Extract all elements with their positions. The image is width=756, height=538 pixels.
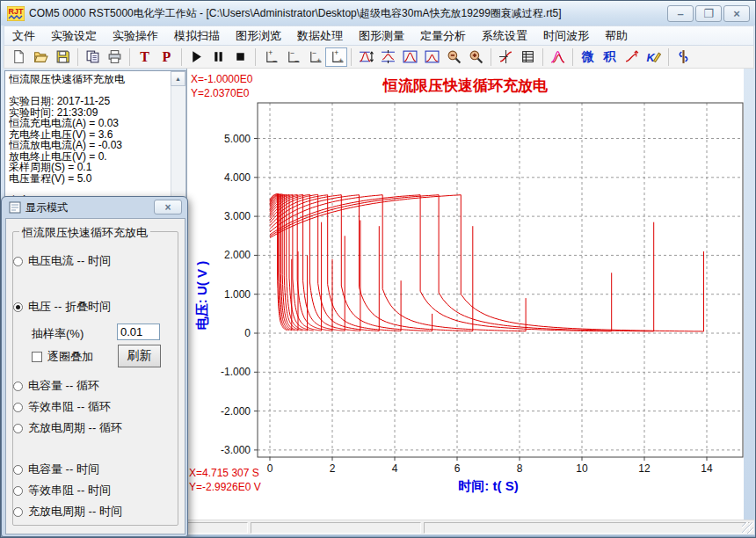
zoom-out-button[interactable] <box>443 47 465 67</box>
marker-x-value: X=4.715 307 S <box>189 466 261 480</box>
curve-fit-button[interactable] <box>621 47 643 67</box>
info-line: 恒流放电电流(A) = -0.03 <box>9 140 168 151</box>
close-button[interactable]: × <box>723 5 750 22</box>
toolbar-separator <box>255 48 256 66</box>
scale-y-minus-x-minus-button[interactable]: −− <box>281 47 303 67</box>
chart-title: 恒流限压快速循环充放电 <box>187 76 744 96</box>
overlay-curves-button[interactable] <box>547 47 569 67</box>
minimize-button[interactable]: – <box>667 5 694 22</box>
radio-icon <box>13 507 23 517</box>
sample-rate-input[interactable] <box>117 324 160 340</box>
menu-item-8[interactable]: 系统设置 <box>474 25 535 47</box>
marker-p-button[interactable]: P <box>156 47 178 67</box>
y-tick-label: -2.000 <box>221 405 251 418</box>
autoscale-y-button[interactable] <box>355 47 377 67</box>
waveform-toggle-button[interactable] <box>672 47 694 67</box>
menu-bar: 文件实验设定实验操作模拟扫描图形浏览数据处理图形测量定量分析系统设置时间波形帮助 <box>4 25 754 46</box>
info-line: 实验日期: 2017-11-25 <box>9 96 168 107</box>
menu-item-9[interactable]: 时间波形 <box>535 25 597 47</box>
dialog-form-icon <box>9 201 21 214</box>
info-line: 采样周期(S) = 0.1 <box>9 162 168 173</box>
restore-button[interactable]: ❐ <box>695 5 722 22</box>
app-window: RJT COM5 0000 RST5000电化学工作站 - [C:\Users\… <box>0 0 756 538</box>
x-tick-label: 12 <box>638 462 651 475</box>
marker-t-button[interactable]: T <box>134 47 156 67</box>
x-tick-label: 14 <box>701 462 713 475</box>
y-tick-label: 1.000 <box>224 288 251 301</box>
curve-cursor-button[interactable] <box>495 47 517 67</box>
toolbar-separator <box>77 48 78 66</box>
svg-text:−: − <box>273 56 277 64</box>
menu-item-10[interactable]: 帮助 <box>597 25 636 47</box>
scale-y-minus-x-plus-button[interactable]: −+ <box>303 47 325 67</box>
checkbox-icon <box>32 352 42 362</box>
menu-item-2[interactable]: 实验操作 <box>105 25 166 47</box>
info-line: 恒流充电电流(A) = 0.03 <box>9 118 168 129</box>
radio-capacity-time[interactable]: 电容量 -- 时间 <box>13 462 99 476</box>
stop-button[interactable] <box>229 47 251 67</box>
toolbar-separator <box>181 48 182 66</box>
fit-window-xy-button[interactable] <box>421 47 443 67</box>
pause-button[interactable] <box>207 47 229 67</box>
integrate-button[interactable]: 积 <box>599 47 621 67</box>
info-line: 电压量程(V) = 5.0 <box>9 173 168 185</box>
menu-item-5[interactable]: 数据处理 <box>289 25 351 47</box>
x-tick-label: 4 <box>392 462 398 475</box>
toolbar-separator <box>668 48 669 66</box>
radio-capacity-cycle[interactable]: 电容量 -- 循环 <box>13 379 99 393</box>
radio-icon <box>13 403 23 412</box>
y-tick-label: 3.000 <box>224 210 251 222</box>
scale-y-plus-x-plus-button[interactable]: ++ <box>325 47 347 67</box>
menu-item-3[interactable]: 模拟扫描 <box>166 25 228 47</box>
radio-icon <box>13 486 23 496</box>
print-button[interactable] <box>104 47 126 67</box>
svg-text:+: + <box>338 56 343 64</box>
scale-y-plus-x-minus-button[interactable]: +− <box>259 47 281 67</box>
dialog-close-button[interactable]: × <box>154 200 182 214</box>
cycle-curve <box>270 195 704 331</box>
radio-period-cycle[interactable]: 充放电周期 -- 循环 <box>13 421 122 435</box>
zoom-in-button[interactable] <box>465 47 487 67</box>
open-file-button[interactable] <box>30 47 52 67</box>
y-tick-label: 4.000 <box>224 171 251 184</box>
radio-voltage-current-time[interactable]: 电压电流 -- 时间 <box>13 254 111 268</box>
menu-item-6[interactable]: 图形测量 <box>351 25 412 47</box>
data-table-button[interactable] <box>517 47 539 67</box>
save-file-button[interactable] <box>52 47 74 67</box>
y-tick-label: -1.000 <box>221 366 251 378</box>
overlay-cycles-checkbox[interactable]: 逐圈叠加 <box>32 350 93 363</box>
resize-grip[interactable] <box>742 522 753 534</box>
differentiate-button[interactable]: 微 <box>577 47 599 67</box>
fit-window-y-button[interactable] <box>399 47 421 67</box>
radio-esr-cycle[interactable]: 等效串阻 -- 循环 <box>13 400 111 414</box>
toolbar-separator <box>351 48 352 66</box>
radio-period-time[interactable]: 充放电周期 -- 时间 <box>13 505 122 519</box>
menu-item-0[interactable]: 文件 <box>4 25 43 47</box>
y-axis-title: 电压: U( V ) <box>194 261 209 330</box>
radio-icon <box>13 382 23 391</box>
toolbar: TP+−−−−+++微积K <box>4 46 754 69</box>
scroll-up-button[interactable]: ▲ <box>171 71 185 86</box>
refresh-button[interactable]: 刷新 <box>118 345 161 367</box>
dialog-body: 恒流限压快速循环充放电 电压电流 -- 时间 电压 -- 折叠时间 抽样率(%)… <box>5 218 185 534</box>
app-logo-icon: RJT <box>7 6 25 21</box>
run-button[interactable] <box>185 47 207 67</box>
x-tick-label: 10 <box>576 462 588 475</box>
menu-item-4[interactable]: 图形浏览 <box>228 25 289 47</box>
new-file-button[interactable] <box>8 47 30 67</box>
display-mode-dialog: 显示模式 × 恒流限压快速循环充放电 电压电流 -- 时间 电压 -- 折叠时间… <box>1 196 188 537</box>
menu-item-1[interactable]: 实验设定 <box>43 25 105 47</box>
y-tick-label: 2.000 <box>224 249 251 261</box>
plot-area[interactable]: 024681012145.0004.0003.0002.0001.0000-1.… <box>187 69 745 520</box>
menu-item-7[interactable]: 定量分析 <box>412 25 474 47</box>
svg-text:K: K <box>647 51 656 64</box>
info-line: 恒流限压快速循环充放电 <box>9 74 168 85</box>
copy-button[interactable] <box>82 47 104 67</box>
edit-annotate-button[interactable]: K <box>643 47 665 67</box>
radio-esr-time[interactable]: 等效串阻 -- 时间 <box>13 483 111 498</box>
radio-icon <box>13 257 23 266</box>
svg-text:RJT: RJT <box>9 7 25 16</box>
y-tick-label: 0 <box>244 327 251 339</box>
radio-voltage-folded-time[interactable]: 电压 -- 折叠时间 <box>13 300 111 314</box>
compress-y-button[interactable] <box>377 47 399 67</box>
